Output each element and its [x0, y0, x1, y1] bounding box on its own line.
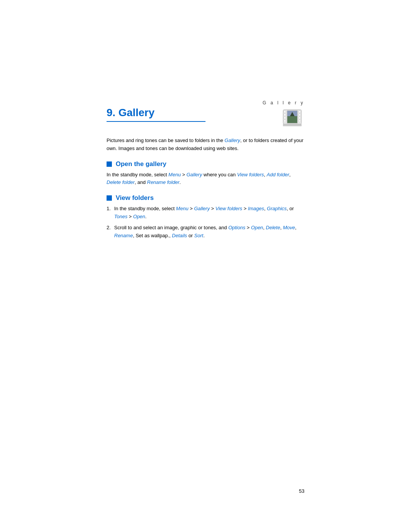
svg-rect-6 [299, 114, 301, 116]
open-gallery-body: In the standby mode, select Menu > Galle… [107, 171, 304, 187]
svg-rect-8 [299, 120, 301, 122]
view-folders-header: View folders [107, 194, 304, 202]
view-folders-list: In the standby mode, select Menu > Galle… [107, 205, 304, 240]
header-section: G a l l e r y [263, 99, 304, 106]
open-gallery-header: Open the gallery [107, 160, 304, 168]
open-gallery-title: Open the gallery [116, 160, 166, 168]
add-folder-link[interactable]: Add folder [267, 172, 289, 177]
open-gallery-bullet [107, 161, 112, 167]
options-link[interactable]: Options [228, 225, 245, 230]
content-area: 9. Gallery [107, 107, 304, 243]
view-folders-link-1[interactable]: View folders [237, 172, 264, 177]
gallery-link-2[interactable]: Gallery [194, 206, 210, 211]
chapter-number: 9. [107, 107, 115, 118]
svg-rect-5 [299, 111, 301, 113]
list-item: In the standby mode, select Menu > Galle… [107, 205, 304, 221]
view-folders-link-2[interactable]: View folders [215, 206, 242, 211]
page-number: 53 [299, 488, 304, 494]
svg-rect-4 [284, 120, 286, 122]
chapter-title-text: Gallery [118, 107, 155, 118]
svg-rect-1 [284, 111, 286, 113]
view-folders-title: View folders [116, 194, 154, 202]
set-as-wallpap-text: Set as wallpap. [135, 233, 169, 238]
chapter-title: 9. Gallery [107, 107, 274, 119]
intro-paragraph: Pictures and ring tones can be saved to … [107, 137, 304, 153]
svg-rect-3 [284, 117, 286, 119]
svg-rect-2 [284, 114, 286, 116]
delete-folder-link[interactable]: Delete folder [107, 179, 135, 185]
sort-link[interactable]: Sort [194, 233, 203, 238]
open-link-1[interactable]: Open [133, 214, 145, 219]
header-label: G a l l e r y [263, 100, 304, 105]
move-link[interactable]: Move [283, 225, 295, 230]
chapter-icon [282, 108, 304, 129]
intro-gallery-link[interactable]: Gallery [225, 137, 240, 143]
rename-folder-link[interactable]: Rename folder [147, 179, 179, 185]
menu-link-2[interactable]: Menu [176, 206, 189, 211]
chapter-title-block: 9. Gallery [107, 107, 274, 122]
page-container: G a l l e r y 9. Gallery [0, 0, 411, 532]
tones-link[interactable]: Tones [114, 214, 127, 219]
images-link[interactable]: Images [248, 206, 264, 211]
delete-link[interactable]: Delete [266, 225, 280, 230]
view-folders-bullet [107, 195, 112, 201]
svg-rect-12 [287, 116, 297, 123]
rename-link[interactable]: Rename [114, 233, 133, 238]
details-link[interactable]: Details [172, 233, 187, 238]
chapter-divider [107, 121, 206, 122]
graphics-link[interactable]: Graphics [267, 206, 287, 211]
svg-rect-14 [283, 124, 301, 126]
open-link-2[interactable]: Open [251, 225, 263, 230]
menu-link-1[interactable]: Menu [169, 172, 181, 177]
list-item: Scroll to and select an image, graphic o… [107, 224, 304, 240]
film-strip-icon [282, 108, 303, 127]
gallery-link-1[interactable]: Gallery [186, 172, 202, 177]
svg-rect-7 [299, 117, 301, 119]
chapter-header: 9. Gallery [107, 107, 304, 129]
